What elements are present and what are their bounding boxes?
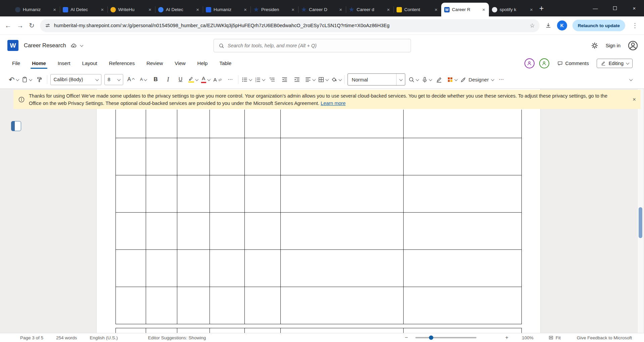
presence-avatar-green[interactable] [539,58,549,68]
download-icon[interactable] [545,22,552,29]
table-cell[interactable] [245,250,281,287]
comments-button[interactable]: Comments [554,59,592,68]
table-cell[interactable] [281,328,404,333]
window-minimize-button[interactable]: — [586,0,605,16]
word-count[interactable]: 254 words [56,335,77,340]
dictate-button[interactable] [421,73,431,86]
browser-tab-active[interactable]: W Career R × [441,3,489,16]
style-select[interactable]: Normal [348,73,405,86]
font-color-button[interactable]: A [201,73,210,86]
table-cell[interactable] [146,138,177,175]
document-title[interactable]: Career Research [24,42,66,49]
tab-close-icon[interactable]: × [481,7,486,12]
undo-dropdown-icon[interactable] [16,77,19,81]
table-cell[interactable] [177,213,210,250]
window-maximize-button[interactable] [605,0,625,16]
table-cell[interactable] [146,213,177,250]
alignment-dropdown-icon[interactable] [312,77,316,81]
browser-tab[interactable]: Content × [394,3,441,16]
feedback-link[interactable]: Give Feedback to Microsoft [577,335,632,340]
style-dropdown-segment[interactable] [396,74,405,85]
bold-button[interactable]: B [151,73,160,86]
table-cell[interactable] [146,287,177,324]
clear-formatting-button[interactable]: A [213,73,223,86]
table-cell[interactable] [404,175,522,213]
table-cell[interactable] [281,287,404,324]
find-dropdown-icon[interactable] [416,77,419,81]
language-indicator[interactable]: English (U.S.) [90,335,118,340]
editing-mode-button[interactable]: Editing [597,59,633,68]
addins-button[interactable] [447,73,457,86]
tab-close-icon[interactable]: × [195,7,200,12]
title-dropdown-icon[interactable] [80,44,83,47]
sign-in-button[interactable]: Sign in [606,43,620,48]
shading-dropdown-icon[interactable] [338,77,342,81]
scrollbar-thumb[interactable] [639,207,642,238]
document-scrollbar[interactable] [637,89,643,333]
reload-button[interactable]: ↻ [29,22,35,29]
italic-button[interactable]: I [164,73,173,86]
numbering-dropdown-icon[interactable] [262,77,265,81]
browser-profile-avatar[interactable]: K [557,20,567,31]
learn-more-link[interactable]: Learn more [321,101,346,106]
addins-dropdown-icon[interactable] [454,77,458,81]
menu-tab-review[interactable]: Review [146,58,164,68]
browser-tab[interactable]: spotify k × [489,3,537,16]
table-cell[interactable] [177,138,210,175]
table-cell[interactable] [404,287,522,324]
table-cell[interactable] [177,328,210,333]
table-cell[interactable] [245,175,281,213]
increase-indent-button[interactable] [292,73,302,86]
table-cell[interactable] [210,287,245,324]
navigation-pane-toggle-icon[interactable] [11,121,21,131]
table-cell[interactable] [146,110,177,138]
settings-gear-icon[interactable] [591,42,598,49]
account-avatar-icon[interactable] [628,41,638,51]
table-cell[interactable] [177,110,210,138]
table-cell[interactable] [177,175,210,213]
decrease-indent-button[interactable] [280,73,289,86]
borders-button[interactable] [318,73,328,86]
tab-close-icon[interactable]: × [148,7,152,12]
menu-tab-help[interactable]: Help [197,58,209,68]
menu-tab-file[interactable]: File [11,58,21,68]
bullets-button[interactable] [241,73,251,86]
table-cell[interactable] [116,138,146,175]
app-search-box[interactable] [214,39,411,52]
menu-tab-home[interactable]: Home [31,58,47,68]
editor-button[interactable] [434,73,444,86]
menu-tab-insert[interactable]: Insert [57,58,71,68]
table-cell[interactable] [404,110,522,138]
designer-button[interactable]: Designer [460,73,494,86]
tab-close-icon[interactable]: × [52,7,57,12]
table-cell[interactable] [245,287,281,324]
numbering-button[interactable]: 123 [255,73,265,86]
undo-button[interactable]: ↶ [9,73,18,86]
dictate-dropdown-icon[interactable] [429,77,432,81]
browser-tab[interactable]: AI Detec × [60,3,107,16]
table-cell[interactable] [116,110,146,138]
tab-close-icon[interactable]: × [434,7,438,12]
word-logo[interactable]: W [7,40,18,51]
presence-avatar-purple[interactable] [524,58,535,68]
zoom-slider-thumb[interactable] [429,336,433,340]
table-cell[interactable] [116,250,146,287]
table-cell[interactable] [116,328,146,333]
underline-button[interactable]: U [176,73,185,86]
table-cell[interactable] [116,287,146,324]
tab-close-icon[interactable]: × [386,7,390,12]
zoom-out-button[interactable]: − [405,335,408,341]
find-button[interactable] [408,73,418,86]
search-input[interactable] [228,43,406,48]
browser-tab[interactable]: Career D × [298,3,346,16]
tab-close-icon[interactable]: × [243,7,247,12]
bookmark-star-icon[interactable]: ☆ [530,22,535,29]
fit-button[interactable]: Fit [548,335,561,340]
site-settings-icon[interactable] [45,22,51,28]
browser-tab[interactable]: AI Detec × [155,3,203,16]
font-color-dropdown-icon[interactable] [207,77,211,81]
tab-close-icon[interactable]: × [529,7,534,12]
menu-tab-references[interactable]: References [108,58,135,68]
table-cell[interactable] [281,250,404,287]
table-cell[interactable] [146,328,177,333]
